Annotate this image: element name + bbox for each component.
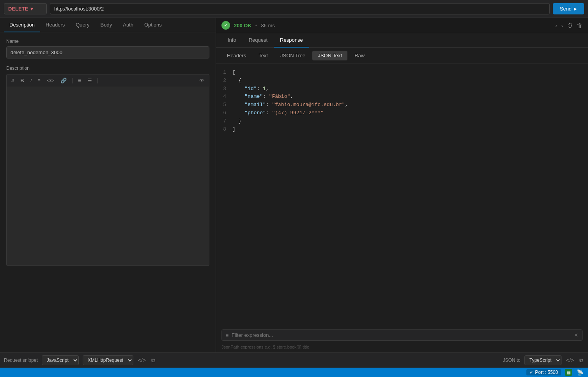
snippet-copy-icon[interactable]: ⧉ — [151, 356, 156, 365]
json-line: 6 "phone": "(47) 99217-2***" — [216, 109, 588, 117]
snippet-lib-select[interactable]: XMLHttpRequest — [83, 355, 133, 365]
port-badge: ✓ Port : 5500 — [526, 369, 561, 375]
extension-icon[interactable]: ▦ — [565, 369, 572, 376]
main-layout: Description Headers Query Body Auth Opti… — [0, 18, 588, 352]
trash-icon[interactable]: 🗑 — [577, 22, 583, 29]
left-tabs-bar: Description Headers Query Body Auth Opti… — [0, 18, 216, 32]
snippet-label: Request snippet — [4, 358, 38, 363]
tab-query[interactable]: Query — [70, 18, 95, 32]
tab-auth[interactable]: Auth — [117, 18, 139, 32]
status-code: 200 OK — [234, 23, 251, 28]
tab-headers[interactable]: Headers — [40, 18, 70, 32]
json-copy-icon[interactable]: ⧉ — [579, 356, 584, 365]
json-line: 8] — [216, 126, 588, 134]
status-time: 86 ms — [261, 23, 275, 28]
method-dropdown[interactable]: DELETE ▾ — [4, 3, 47, 14]
bottom-right: JSON to TypeScript </> ⧉ — [503, 355, 584, 365]
json-line: 1[ — [216, 69, 588, 77]
line-number: 5 — [216, 101, 232, 109]
status-strip: ✓ Port : 5500 ▦ 📡 — [0, 368, 588, 377]
back-icon[interactable]: ‹ — [555, 22, 557, 29]
editor-toolbar: # B I ❝ </> 🔗 ≡ ☰ 👁 — [6, 74, 209, 87]
line-number: 4 — [216, 93, 232, 101]
json-line: 3 "id": 1, — [216, 85, 588, 93]
response-tabs-bar: Info Request Response — [216, 33, 588, 48]
name-label: Name — [6, 39, 209, 44]
line-content: "email": "fabio.moura@ifc.edu.br", — [232, 101, 584, 109]
filter-clear-icon[interactable]: ✕ — [574, 332, 578, 338]
json-content: 1[2 {3 "id": 1,4 "name": "Fábio",5 "emai… — [216, 64, 588, 326]
filter-input[interactable] — [232, 332, 571, 338]
ts-select[interactable]: TypeScript — [524, 355, 561, 365]
tab-description[interactable]: Description — [4, 18, 40, 32]
line-content: "name": "Fábio", — [232, 93, 584, 101]
toolbar-sep — [72, 78, 73, 83]
line-number: 6 — [216, 109, 232, 117]
forward-icon[interactable]: › — [561, 22, 563, 29]
tab-body[interactable]: Body — [95, 18, 118, 32]
toolbar-bold[interactable]: B — [19, 77, 25, 84]
tab-request[interactable]: Request — [243, 33, 274, 48]
json-to-label: JSON to — [503, 358, 520, 363]
line-content: "phone": "(47) 99217-2***" — [232, 109, 584, 117]
broadcast-icon[interactable]: 📡 — [576, 368, 584, 376]
line-content: ] — [232, 126, 584, 134]
left-content: Name Description # B I ❝ </> 🔗 ≡ ☰ 👁 — [0, 32, 216, 352]
toolbar-hash[interactable]: # — [10, 77, 16, 84]
line-number: 2 — [216, 77, 232, 85]
line-content: { — [232, 77, 584, 85]
content-tab-headers[interactable]: Headers — [221, 51, 251, 60]
toolbar-sep2 — [97, 78, 98, 83]
line-number: 3 — [216, 85, 232, 93]
toolbar-list[interactable]: ☰ — [86, 77, 94, 84]
tab-options[interactable]: Options — [139, 18, 167, 32]
toolbar-link[interactable]: 🔗 — [59, 77, 68, 84]
content-tab-json-text[interactable]: JSON Text — [312, 51, 347, 60]
line-content: "id": 1, — [232, 85, 584, 93]
status-indicator: ✓ — [221, 21, 230, 30]
json-code-icon[interactable]: </> — [565, 356, 575, 364]
line-number: 8 — [216, 126, 232, 134]
desc-label: Description — [6, 65, 209, 71]
toolbar-align[interactable]: ≡ — [76, 77, 83, 84]
json-line: 2 { — [216, 77, 588, 85]
line-number: 7 — [216, 117, 232, 126]
left-panel: Description Headers Query Body Auth Opti… — [0, 18, 216, 352]
line-content: [ — [232, 69, 584, 77]
filter-icon: ≡ — [226, 333, 228, 338]
toolbar-italic[interactable]: I — [29, 77, 34, 84]
tab-response[interactable]: Response — [274, 33, 309, 48]
history-icon[interactable]: ⏱ — [567, 22, 573, 29]
json-line: 5 "email": "fabio.moura@ifc.edu.br", — [216, 101, 588, 109]
toolbar-preview[interactable]: 👁 — [198, 77, 206, 84]
line-number: 1 — [216, 69, 232, 77]
filter-bar: ≡ ✕ — [221, 329, 583, 341]
tab-info[interactable]: Info — [221, 33, 243, 48]
content-tab-json-tree[interactable]: JSON Tree — [275, 51, 311, 60]
snippet-lang-select[interactable]: JavaScript — [42, 355, 79, 365]
bottom-bar: Request snippet JavaScript XMLHttpReques… — [0, 352, 588, 368]
line-content: } — [232, 117, 584, 126]
json-line: 7 } — [216, 117, 588, 126]
toolbar-quote[interactable]: ❝ — [36, 77, 42, 84]
send-button[interactable]: Send — [553, 3, 584, 14]
snippet-code-icon[interactable]: </> — [137, 356, 147, 364]
toolbar-code[interactable]: </> — [45, 77, 56, 84]
json-line: 4 "name": "Fábio", — [216, 93, 588, 101]
content-tab-raw[interactable]: Raw — [349, 51, 370, 60]
content-tabs: Headers Text JSON Tree JSON Text Raw — [216, 48, 588, 64]
response-status-bar: ✓ 200 OK • 86 ms ‹ › ⏱ 🗑 — [216, 18, 588, 33]
url-input[interactable] — [50, 3, 550, 14]
check-icon: ✓ — [530, 370, 533, 375]
method-value: DELETE — [8, 6, 28, 12]
content-tab-text[interactable]: Text — [253, 51, 273, 60]
right-panel: ✓ 200 OK • 86 ms ‹ › ⏱ 🗑 Info Request Re… — [216, 18, 588, 352]
description-editor[interactable] — [6, 87, 209, 266]
filter-hint: JsonPath expressions e.g. $.store.book[0… — [216, 344, 588, 352]
status-actions: ‹ › ⏱ 🗑 — [555, 22, 583, 29]
name-input[interactable] — [6, 46, 209, 58]
port-label: Port : 5500 — [535, 370, 558, 375]
top-bar: DELETE ▾ Send — [0, 0, 588, 18]
